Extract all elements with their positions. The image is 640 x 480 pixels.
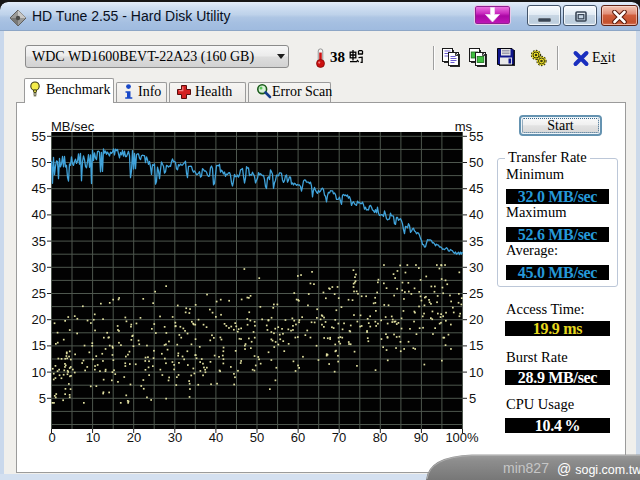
svg-text:min827: min827: [503, 460, 549, 476]
svg-text:@sogi.com.tw: @sogi.com.tw: [557, 461, 640, 477]
